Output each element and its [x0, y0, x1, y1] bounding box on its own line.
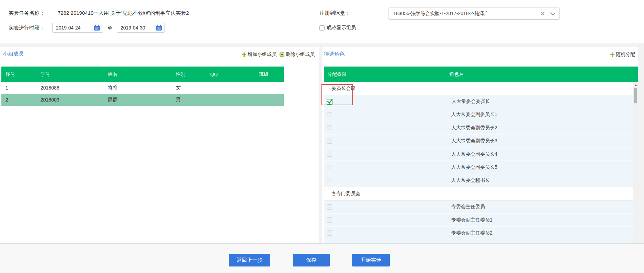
- remove-member-label: 删除小组成员: [286, 51, 315, 58]
- random-assign-label: 随机分配: [616, 51, 635, 58]
- cell-qq: [206, 82, 244, 94]
- role-name-label: 人大常委会副委员长2: [451, 125, 497, 131]
- column-header: 姓名: [104, 67, 172, 82]
- start-date-value: 2019-04-24: [56, 25, 92, 31]
- scroll-up-button[interactable]: [633, 83, 638, 87]
- role-checkbox-checked[interactable]: [327, 99, 332, 105]
- cell-class_name: [244, 94, 284, 106]
- column-header: 序号: [1, 67, 36, 82]
- members-header-row: 序号学号姓名性别QQ班级: [1, 67, 284, 82]
- calendar-icon[interactable]: [94, 25, 100, 31]
- plus-icon: [610, 52, 614, 57]
- members-table-body: 12018088将将女22018003群群男: [1, 82, 284, 106]
- role-row[interactable]: 人大常委会副委员长3: [324, 135, 638, 148]
- task-name-label: 实验任务名称：: [9, 10, 45, 15]
- cell-name: 群群: [104, 94, 172, 106]
- role-group-row: 委员长会议: [324, 82, 638, 95]
- role-checkbox[interactable]: [327, 178, 332, 183]
- chevron-down-icon[interactable]: [550, 10, 556, 15]
- role-checkbox[interactable]: [327, 204, 332, 210]
- role-name-label: 人大常委会副委员长5: [451, 164, 497, 170]
- role-name-label: 专委会主任委员: [451, 204, 485, 210]
- arrow-up-icon: [634, 84, 637, 86]
- cell-gender: 男: [172, 94, 206, 106]
- start-date-input[interactable]: 2019-04-24: [52, 23, 103, 33]
- role-name-label: 专委会副主任委员2: [451, 230, 493, 236]
- role-row[interactable]: 人大常委会副委员长4: [324, 148, 638, 161]
- role-row[interactable]: 人大常委会副委员长1: [324, 108, 638, 121]
- column-header: 班级: [244, 67, 284, 82]
- roles-scrollbar[interactable]: [633, 82, 638, 248]
- end-date-input[interactable]: 2019-04-30: [117, 23, 165, 33]
- roles-list: 委员长会议人大常委会委员长人大常委会副委员长1人大常委会副委员长2人大常委会副委…: [324, 82, 638, 248]
- role-checkbox[interactable]: [327, 112, 332, 117]
- cell-gender: 女: [172, 82, 206, 94]
- role-name-label: 人大常委会秘书长: [451, 177, 490, 183]
- cell-no: 2: [1, 94, 36, 106]
- role-name-label: 人大常委会副委员长1: [451, 111, 497, 118]
- roles-panel-title[interactable]: 待选角色: [324, 51, 344, 57]
- to-label: 至: [107, 25, 112, 32]
- column-header: 性别: [172, 67, 206, 82]
- add-member-label: 增加小组成员: [248, 51, 276, 58]
- add-member-button[interactable]: 增加小组成员: [242, 51, 276, 58]
- start-experiment-button[interactable]: 开始实验: [352, 254, 390, 266]
- cell-no: 1: [1, 82, 36, 94]
- footer-bar: 返回上一步 保存 开始实验: [0, 244, 644, 273]
- nickname-checkbox-row[interactable]: 昵称显示组员: [319, 25, 356, 31]
- table-row[interactable]: 22018003群群男: [1, 94, 284, 106]
- plus-icon: [242, 52, 246, 57]
- cell-class_name: [244, 82, 284, 94]
- role-row[interactable]: 专委会副主任委员1: [324, 214, 638, 227]
- classroom-selected-value: 183055-法学综合实验-1-2017-2018-2-施泽广: [393, 11, 541, 17]
- column-header-rolename: 角色名: [449, 71, 638, 78]
- cell-name: 将将: [104, 82, 172, 94]
- experiment-setup-page: 实验任务名称： 7282 20190410一人组 关于“见危不救罪”的刑事立法实…: [0, 0, 644, 273]
- members-table: 序号学号姓名性别QQ班级 12018088将将女22018003群群男: [1, 67, 284, 106]
- role-checkbox[interactable]: [327, 139, 332, 144]
- nickname-checkbox-label: 昵称显示组员: [327, 25, 356, 31]
- minus-icon: [280, 52, 284, 57]
- remove-member-button[interactable]: 删除小组成员: [280, 51, 315, 58]
- role-checkbox[interactable]: [327, 125, 332, 130]
- role-row[interactable]: 人大常委会秘书长: [324, 174, 638, 187]
- back-button[interactable]: 返回上一步: [229, 254, 270, 266]
- roles-table: 分配权限 角色名 委员长会议人大常委会委员长人大常委会副委员长1人大常委会副委员…: [324, 67, 638, 248]
- role-checkbox[interactable]: [327, 217, 332, 223]
- role-row[interactable]: 专委会副主任委员2: [324, 227, 638, 240]
- classroom-label: 注册到课堂：: [319, 10, 350, 15]
- roles-header-row: 分配权限 角色名: [324, 67, 638, 82]
- roles-panel: 待选角色 随机分配 分配权限 角色名 委员长会议人大常委会委员长人大常委会副委员…: [322, 47, 638, 243]
- cell-student_id: 2018003: [36, 94, 104, 106]
- role-checkbox[interactable]: [327, 165, 332, 170]
- role-name-label: 人大常委会副委员长3: [451, 138, 497, 144]
- cell-student_id: 2018088: [36, 82, 104, 94]
- role-name-label: 人大常委会副委员长4: [451, 151, 497, 157]
- experiment-form: 实验任务名称： 7282 20190410一人组 关于“见危不救罪”的刑事立法实…: [0, 0, 644, 43]
- column-header: 学号: [36, 67, 104, 82]
- nickname-checkbox[interactable]: [319, 25, 325, 31]
- members-panel-title[interactable]: 小组成员: [3, 51, 24, 57]
- roles-actions: 随机分配: [610, 51, 635, 58]
- calendar-icon[interactable]: [156, 25, 162, 31]
- role-checkbox[interactable]: [327, 152, 332, 157]
- column-header-permission: 分配权限: [324, 71, 449, 78]
- role-name-label: 人大常委会委员长: [452, 98, 490, 105]
- classroom-select[interactable]: 183055-法学综合实验-1-2017-2018-2-施泽广: [388, 8, 560, 20]
- role-checkbox[interactable]: [327, 230, 332, 236]
- table-row[interactable]: 12018088将将女: [1, 82, 284, 94]
- save-button[interactable]: 保存: [293, 254, 330, 266]
- main-area: 小组成员 增加小组成员 删除小组成员 序号学号姓名性别QQ班级 12018088…: [0, 43, 644, 244]
- column-header: QQ: [206, 67, 244, 82]
- roles-panel-head: 待选角色 随机分配: [322, 51, 638, 59]
- clear-x-icon[interactable]: [541, 12, 545, 16]
- cell-qq: [206, 94, 244, 106]
- scrollbar-thumb[interactable]: [634, 88, 637, 103]
- members-panel-head: 小组成员 增加小组成员 删除小组成员: [0, 51, 319, 59]
- role-row[interactable]: 人大常委会副委员长2: [324, 121, 638, 134]
- random-assign-button[interactable]: 随机分配: [610, 51, 635, 58]
- task-name-value: 7282 20190410一人组 关于“见危不救罪”的刑事立法实验2: [58, 10, 189, 15]
- role-row[interactable]: 专委会主任委员: [324, 201, 638, 214]
- role-row[interactable]: 人大常委会副委员长5: [324, 161, 638, 174]
- role-row[interactable]: 人大常委会委员长: [324, 95, 638, 108]
